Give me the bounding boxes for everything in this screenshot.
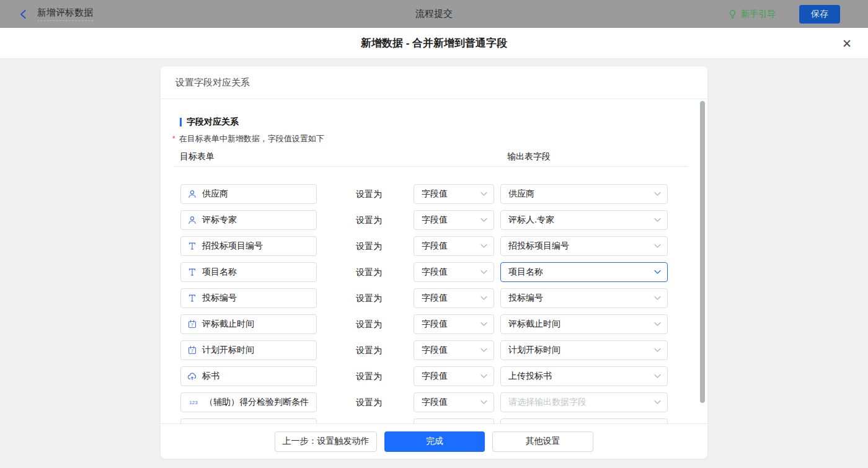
modal-title: 新增数据 - 合并新增到普通字段: [361, 36, 507, 50]
set-as-label: 设置为: [356, 241, 382, 252]
value-type-select[interactable]: 字段值: [414, 366, 494, 386]
value-type-label: 字段值: [422, 397, 448, 408]
field-mapping-row: 项目名称 设置为 字段值 项目名称: [180, 262, 707, 282]
output-field-select[interactable]: 计划开标时间: [500, 340, 668, 360]
value-type-select[interactable]: 字段值: [414, 340, 494, 360]
chevron-down-icon: [654, 348, 661, 353]
output-field-label: 供应商: [508, 188, 534, 200]
target-field-label: 标书: [202, 371, 219, 382]
section-accent-bar: [180, 118, 182, 126]
value-type-label: 字段值: [422, 345, 448, 356]
card-footer: 上一步：设置触发动作 完成 其他设置: [161, 423, 707, 459]
lightbulb-icon: [728, 9, 737, 19]
target-field-box: [180, 418, 317, 423]
chevron-down-icon: [654, 270, 661, 275]
value-type-select[interactable]: 字段值: [414, 262, 494, 282]
value-type-label: 字段值: [422, 293, 448, 304]
chevron-down-icon: [480, 244, 487, 249]
set-as-label: 设置为: [356, 345, 382, 356]
output-field-select[interactable]: 上传投标书: [500, 366, 668, 386]
chevron-down-icon: [654, 400, 661, 405]
value-type-select[interactable]: 字段值: [414, 210, 494, 230]
field-mapping-row: 123 （辅助）得分检验判断条件 设置为 字段值 请选择输出数据字段: [180, 392, 707, 412]
output-field-select[interactable]: 投标编号: [500, 288, 668, 308]
other-settings-button[interactable]: 其他设置: [492, 431, 593, 452]
topbar: 新增评标数据 流程提交 新手引导 保存: [0, 0, 868, 28]
output-field-label: 上传投标书: [508, 371, 552, 382]
target-field-box: 7 评标截止时间: [180, 314, 317, 334]
column-header-output: 输出表字段: [507, 151, 551, 162]
chevron-down-icon: [480, 374, 487, 379]
prev-step-button[interactable]: 上一步：设置触发动作: [275, 431, 377, 452]
value-type-label: 字段值: [422, 267, 448, 278]
value-type-select[interactable]: 字段值: [414, 184, 494, 204]
upload-field-icon: [187, 371, 197, 381]
output-field-label: 招投标项目编号: [508, 241, 569, 252]
chevron-down-icon: [654, 218, 661, 223]
required-asterisk: *: [172, 133, 175, 144]
modal-body: 设置字段对应关系 字段对应关系 * 在目标表单中新增数据，字段值设置如下 目标表…: [0, 59, 868, 468]
target-field-label: （辅助）得分检验判断条件: [205, 397, 309, 408]
output-field-select[interactable]: 供应商: [500, 184, 668, 204]
set-as-label: 设置为: [356, 215, 382, 226]
output-field-select[interactable]: 招投标项目编号: [500, 236, 668, 256]
output-field-select[interactable]: 评标截止时间: [500, 314, 668, 334]
beginner-guide-link[interactable]: 新手引导: [728, 9, 776, 20]
text-field-icon: [187, 241, 197, 251]
finish-button[interactable]: 完成: [384, 431, 485, 452]
target-field-box: 供应商: [180, 184, 317, 204]
target-field-label: 项目名称: [202, 267, 237, 278]
output-field-select[interactable]: 评标人.专家: [500, 210, 668, 230]
target-field-label: 评标截止时间: [202, 319, 254, 330]
modal-header: 新增数据 - 合并新增到普通字段 ✕: [0, 28, 868, 59]
card-header-title: 设置字段对应关系: [161, 66, 707, 99]
svg-text:123: 123: [189, 400, 198, 405]
target-field-label: 供应商: [202, 188, 228, 200]
chevron-down-icon: [654, 192, 661, 196]
section-title: 字段对应关系: [180, 117, 239, 128]
set-as-label: 设置为: [356, 319, 382, 330]
output-field-label: 评标截止时间: [508, 319, 560, 330]
output-field-label: 计划开标时间: [508, 345, 560, 356]
field-mapping-row: 7 评标截止时间 设置为 字段值 评标截止时间: [180, 314, 707, 334]
set-as-label: 设置为: [356, 189, 382, 200]
save-button[interactable]: 保存: [799, 5, 840, 24]
value-type-label: 字段值: [422, 241, 448, 252]
value-type-select[interactable]: [414, 418, 494, 423]
target-field-label: 评标专家: [202, 214, 237, 226]
field-mapping-row: 供应商 设置为 字段值 供应商: [180, 184, 707, 204]
scrollbar-thumb[interactable]: [700, 101, 705, 403]
output-field-label: 项目名称: [508, 267, 543, 278]
output-field-select[interactable]: 请选择输出数据字段: [500, 392, 668, 412]
output-field-select[interactable]: [500, 418, 668, 423]
page-title: 流程提交: [415, 8, 453, 20]
output-field-label: 请选择输出数据字段: [508, 397, 587, 408]
chevron-down-icon: [654, 322, 661, 327]
value-type-select[interactable]: 字段值: [414, 236, 494, 256]
set-as-label: 设置为: [356, 397, 382, 408]
output-field-label: 评标人.专家: [508, 214, 554, 226]
target-field-box: 7 计划开标时间: [180, 340, 317, 360]
field-mapping-row: 7 计划开标时间 设置为 字段值 计划开标时间: [180, 340, 707, 360]
value-type-select[interactable]: 字段值: [414, 314, 494, 334]
value-type-label: 字段值: [422, 319, 448, 330]
process-name-title[interactable]: 新增评标数据: [37, 7, 93, 21]
set-as-label: 设置为: [356, 267, 382, 278]
chevron-down-icon: [654, 296, 661, 301]
back-button[interactable]: [19, 9, 27, 19]
value-type-label: 字段值: [422, 214, 448, 226]
field-mapping-card: 设置字段对应关系 字段对应关系 * 在目标表单中新增数据，字段值设置如下 目标表…: [161, 66, 707, 459]
svg-text:7: 7: [191, 349, 193, 353]
value-type-label: 字段值: [422, 371, 448, 382]
target-field-label: 投标编号: [202, 293, 237, 304]
field-mapping-row: 标书 设置为 字段值 上传投标书: [180, 366, 707, 386]
field-mapping-row: 招投标项目编号 设置为 字段值 招投标项目编号: [180, 236, 707, 256]
output-field-select[interactable]: 项目名称: [500, 262, 668, 282]
chevron-down-icon: [480, 348, 487, 353]
close-icon[interactable]: ✕: [842, 37, 852, 49]
column-headers: 目标表单 输出表字段: [180, 151, 689, 162]
value-type-select[interactable]: 字段值: [414, 392, 494, 412]
user-field-icon: [187, 189, 197, 199]
set-as-label: 设置为: [356, 293, 382, 304]
value-type-select[interactable]: 字段值: [414, 288, 494, 308]
